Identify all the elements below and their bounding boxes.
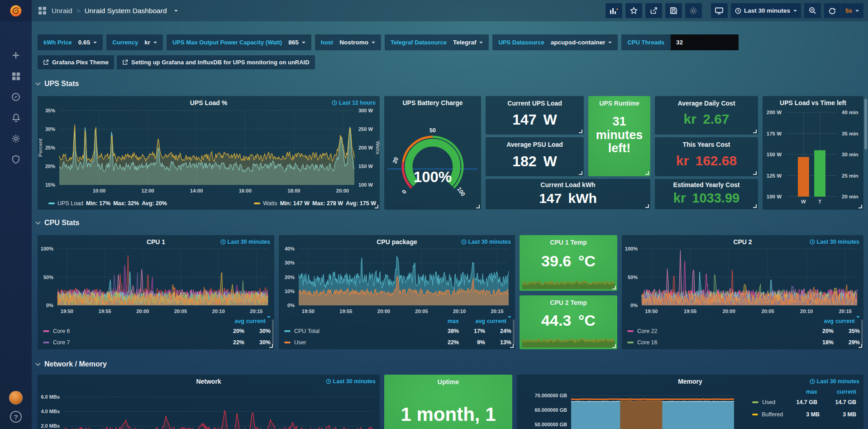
stat-title[interactable]: Uptime — [384, 378, 512, 386]
help-icon[interactable]: ? — [10, 411, 22, 423]
stat-value: 39.6 °C — [520, 252, 617, 270]
legend-swatch — [627, 342, 634, 343]
sidebar-admin-button[interactable] — [0, 149, 32, 170]
sidebar-create-button[interactable] — [0, 45, 32, 66]
section-network-memory[interactable]: Network / Memory — [35, 360, 107, 368]
chevron-down-icon[interactable] — [174, 10, 178, 12]
sidebar-dashboards-button[interactable] — [0, 66, 32, 87]
panel-title[interactable]: UPS Battery Charge — [384, 99, 481, 106]
section-ups-stats[interactable]: UPS Stats — [35, 80, 79, 88]
cpu-threads-input[interactable] — [671, 34, 739, 50]
sidebar-explore-button[interactable] — [0, 87, 32, 107]
svg-text:20 min: 20 min — [842, 194, 858, 199]
svg-text:20:05: 20:05 — [761, 308, 774, 314]
svg-text:20:05: 20:05 — [415, 308, 428, 314]
legend-row[interactable]: Core 2220%35% — [627, 325, 860, 337]
variable-ups-datasource[interactable]: UPS Datasource apcupsd-container — [492, 34, 618, 50]
page-scrollbar[interactable] — [864, 99, 867, 149]
panel-cpu2-temp: CPU 2 Temp 44.3 °C — [520, 295, 617, 349]
ups-vs-time-plot[interactable]: 200 W175 W150 W125 W100 W40 min35 min30 … — [786, 112, 837, 197]
memory-plot[interactable]: 70.000000 GB60.000000 GB50.000000 GB — [571, 388, 734, 429]
panel-resize-handle[interactable] — [612, 286, 616, 289]
legend-header-avg[interactable]: avg — [459, 318, 485, 324]
legend-scrollbar[interactable] — [272, 319, 274, 346]
stat-title[interactable]: CPU 2 Temp — [520, 299, 617, 306]
stat-title[interactable]: Current Load kWh — [486, 181, 650, 188]
legend-header-avg[interactable]: avg — [807, 318, 834, 324]
cpu-package-plot[interactable]: 40%30%20%10%0%19:5019:5520:0020:0520:102… — [299, 249, 509, 305]
stat-title[interactable]: UPS Runtime — [588, 100, 650, 107]
legend-header-current[interactable]: current — [244, 318, 271, 324]
sidebar-configuration-button[interactable] — [0, 128, 32, 149]
panel-resize-handle[interactable] — [476, 205, 480, 208]
section-cpu-stats[interactable]: CPU Stats — [35, 219, 79, 227]
refresh-button[interactable] — [824, 3, 840, 18]
variable-telegraf-datasource[interactable]: Telegraf Datasource Telegraf — [385, 34, 489, 50]
panel-resize-handle[interactable] — [753, 130, 757, 133]
variable-kwh-price[interactable]: kWh Price 0.65 — [38, 34, 103, 50]
zoom-out-button[interactable] — [804, 3, 821, 18]
panel-resize-handle[interactable] — [858, 205, 862, 208]
variable-currency[interactable]: Currency kr — [106, 34, 163, 50]
variable-label: Telegraf Datasource — [391, 39, 447, 46]
sidebar-alerting-button[interactable] — [0, 107, 32, 128]
stat-title[interactable]: Current UPS Load — [486, 100, 584, 107]
add-panel-button[interactable] — [606, 3, 622, 18]
breadcrumb-dashboard-title[interactable]: Unraid System Dashboard — [85, 7, 167, 15]
grafana-logo[interactable] — [0, 0, 32, 21]
legend-row[interactable]: CPU Total38%17%24% — [284, 325, 511, 337]
panel-resize-handle[interactable] — [753, 204, 757, 208]
panel-resize-handle[interactable] — [579, 171, 582, 175]
stat-title[interactable]: CPU 1 Temp — [520, 239, 617, 246]
user-avatar[interactable] — [9, 391, 23, 405]
panel-resize-handle[interactable] — [612, 344, 616, 348]
stat-title[interactable]: Average PSU Load — [486, 141, 584, 148]
time-range-picker[interactable]: Last 30 minutes — [731, 3, 801, 18]
share-button[interactable] — [645, 3, 662, 18]
variable-host[interactable]: host Nostromo — [315, 34, 381, 50]
panel-resize-handle[interactable] — [579, 130, 582, 133]
network-plot[interactable]: 6.0 MBs4.0 MBs2.0 MBs — [64, 388, 373, 429]
breadcrumb-app[interactable]: Unraid — [52, 7, 72, 15]
dashboard-settings-button[interactable] — [685, 3, 702, 18]
panel-title[interactable]: UPS Load % — [38, 99, 380, 106]
legend-header-current[interactable]: current — [817, 389, 856, 395]
stat-title[interactable]: Estimated Yearly Cost — [655, 181, 758, 188]
stat-title[interactable]: This Years Cost — [655, 141, 758, 148]
legend-row[interactable]: Buffered3 MB3 MB — [752, 408, 856, 420]
variable-ups-max-output[interactable]: UPS Max Output Power Capacity (Watt) 865 — [167, 34, 311, 50]
legend-row[interactable]: Used14.7 GB14.7 GB — [752, 396, 856, 408]
legend-item-ups-load[interactable]: UPS Load Min: 17%Max: 32%Avg: 20% — [48, 200, 167, 207]
shield-icon — [12, 155, 20, 164]
legend-header-current[interactable]: current — [834, 318, 860, 324]
cycle-view-button[interactable] — [711, 3, 728, 18]
link-grafana-plex-theme[interactable]: Grafana Plex Theme — [38, 55, 114, 69]
star-icon — [630, 7, 638, 14]
stat-title[interactable]: Average Daily Cost — [655, 100, 758, 107]
cpu2-plot[interactable]: 100%50%0%19:5019:5520:0020:0520:1020:15 — [642, 249, 857, 305]
legend-row[interactable]: Core 1618%29% — [627, 337, 860, 348]
legend-row[interactable]: User22%9%13% — [284, 337, 511, 348]
cpu1-plot[interactable]: 100%50%0%19:5019:5520:0020:0520:1020:15 — [57, 249, 268, 305]
legend-header-max[interactable]: max — [778, 389, 817, 395]
legend-row[interactable]: Core 620%30% — [43, 325, 271, 337]
chevron-down-icon — [35, 82, 41, 86]
svg-text:100%: 100% — [414, 169, 452, 185]
panel-resize-handle[interactable] — [753, 171, 757, 175]
panel-title[interactable]: UPS Load vs Time left — [763, 99, 863, 106]
panel-resize-handle[interactable] — [645, 171, 649, 175]
legend-header-avg[interactable]: avg — [218, 318, 244, 324]
legend-header-current[interactable]: current — [485, 318, 511, 324]
ups-load-plot[interactable]: 35%30%25%20%15%300 W250 W200 W150 W100 W… — [59, 111, 354, 185]
save-button[interactable] — [665, 3, 682, 18]
panel-resize-handle[interactable] — [645, 204, 649, 208]
legend-scrollbar[interactable] — [513, 319, 515, 346]
legend-item-watts[interactable]: Watts Min: 147 WMax: 278 WAvg: 175 W — [254, 200, 376, 207]
svg-text:14:00: 14:00 — [190, 188, 203, 193]
legend-header-max[interactable]: max — [433, 318, 459, 324]
link-ups-monitoring-guide[interactable]: Setting up Grafana and InfluxDB for UPS … — [117, 55, 315, 69]
legend-row[interactable]: Core 722%30% — [43, 337, 271, 348]
legend-scrollbar[interactable] — [861, 319, 863, 346]
star-button[interactable] — [625, 3, 642, 18]
refresh-interval-picker[interactable]: 5s — [840, 3, 863, 18]
